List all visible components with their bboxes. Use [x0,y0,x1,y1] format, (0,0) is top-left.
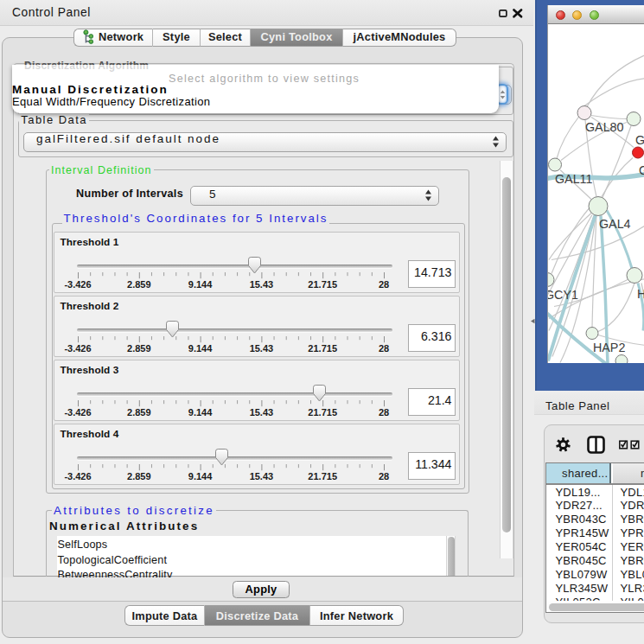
svg-text:GAL11: GAL11 [555,172,592,186]
svg-text:GC: GC [639,163,644,176]
svg-text:GAL4: GAL4 [599,216,631,230]
svg-text:HA: HA [637,286,644,300]
svg-text:GCY1: GCY1 [548,287,578,301]
svg-text:GAL2: GAL2 [635,132,644,146]
svg-text:GAL80: GAL80 [585,120,624,134]
svg-text:HAP2: HAP2 [593,340,625,354]
